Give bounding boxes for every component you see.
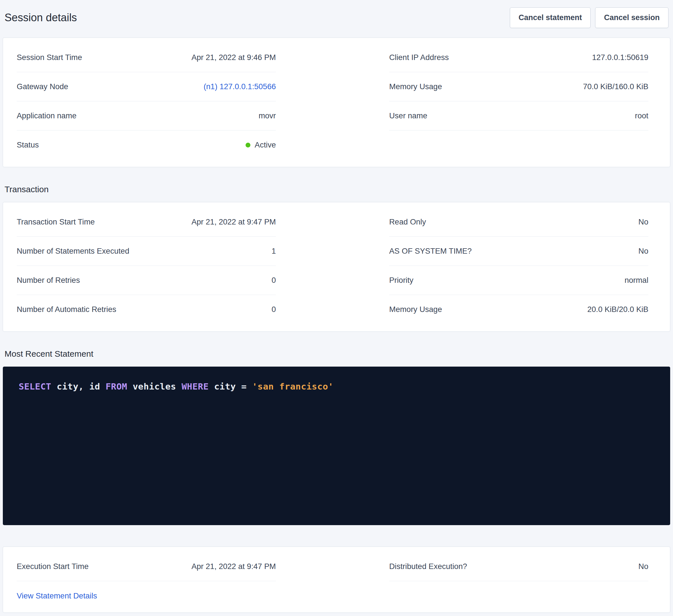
status-label: Status — [17, 140, 39, 149]
session-memory-usage-row: Memory Usage 70.0 KiB/160.0 KiB — [389, 72, 648, 101]
session-start-time-label: Session Start Time — [17, 53, 82, 62]
page-title: Session details — [5, 12, 77, 24]
sql-plain-token: city = — [209, 381, 252, 391]
session-summary-left-column: Session Start Time Apr 21, 2022 at 9:46 … — [17, 43, 276, 160]
execution-start-time-row: Execution Start Time Apr 21, 2022 at 9:4… — [17, 552, 276, 581]
gateway-node-row: Gateway Node (n1) 127.0.0.1:50566 — [17, 72, 276, 101]
read-only-value: No — [638, 218, 648, 227]
user-name-value: root — [635, 111, 648, 120]
status-active-dot-icon — [246, 143, 250, 147]
automatic-retries-row: Number of Automatic Retries 0 — [17, 295, 276, 324]
distributed-execution-row: Distributed Execution? No — [389, 552, 648, 581]
session-details-page: Session details Cancel statement Cancel … — [0, 0, 673, 616]
retries-label: Number of Retries — [17, 276, 80, 285]
distributed-execution-label: Distributed Execution? — [389, 562, 467, 571]
as-of-system-time-value: No — [638, 247, 648, 256]
gateway-node-link[interactable]: (n1) 127.0.0.1:50566 — [204, 82, 276, 91]
status-value: Active — [246, 140, 276, 149]
transaction-memory-usage-row: Memory Usage 20.0 KiB/20.0 KiB — [389, 295, 648, 324]
execution-start-time-label: Execution Start Time — [17, 562, 89, 571]
session-memory-usage-value: 70.0 KiB/160.0 KiB — [583, 82, 648, 91]
distributed-execution-value: No — [638, 562, 648, 571]
sql-keyword-token: WHERE — [182, 381, 209, 391]
client-ip-label: Client IP Address — [389, 53, 449, 62]
transaction-start-time-row: Transaction Start Time Apr 21, 2022 at 9… — [17, 208, 276, 237]
session-start-time-row: Session Start Time Apr 21, 2022 at 9:46 … — [17, 43, 276, 72]
as-of-system-time-row: AS OF SYSTEM TIME? No — [389, 237, 648, 266]
priority-row: Priority normal — [389, 266, 648, 295]
user-name-label: User name — [389, 111, 427, 120]
sql-keyword-token: FROM — [105, 381, 128, 391]
priority-value: normal — [625, 276, 648, 285]
sql-string-token: 'san francisco' — [252, 381, 333, 391]
sql-plain-token: vehicles — [127, 381, 182, 391]
transaction-section-title: Transaction — [5, 185, 668, 194]
session-summary-card: Session Start Time Apr 21, 2022 at 9:46 … — [3, 38, 670, 167]
gateway-node-label: Gateway Node — [17, 82, 68, 91]
transaction-columns: Transaction Start Time Apr 21, 2022 at 9… — [3, 203, 670, 331]
sql-plain-token: city, id — [51, 381, 105, 391]
status-row: Status Active — [17, 130, 276, 160]
statements-executed-value: 1 — [272, 247, 276, 256]
transaction-card: Transaction Start Time Apr 21, 2022 at 9… — [3, 202, 670, 331]
as-of-system-time-label: AS OF SYSTEM TIME? — [389, 247, 472, 256]
session-start-time-value: Apr 21, 2022 at 9:46 PM — [192, 53, 276, 62]
execution-right-column: Distributed Execution? No — [389, 552, 648, 607]
status-text: Active — [255, 140, 276, 149]
transaction-right-column: Read Only No AS OF SYSTEM TIME? No Prior… — [389, 208, 648, 324]
cancel-session-button[interactable]: Cancel session — [595, 7, 668, 28]
read-only-row: Read Only No — [389, 208, 648, 237]
client-ip-value: 127.0.0.1:50619 — [592, 53, 648, 62]
session-memory-usage-label: Memory Usage — [389, 82, 442, 91]
cancel-statement-button[interactable]: Cancel statement — [510, 7, 591, 28]
statements-executed-label: Number of Statements Executed — [17, 247, 129, 256]
user-name-row: User name root — [389, 101, 648, 130]
transaction-start-time-value: Apr 21, 2022 at 9:47 PM — [192, 218, 276, 227]
automatic-retries-label: Number of Automatic Retries — [17, 305, 117, 314]
execution-start-time-value: Apr 21, 2022 at 9:47 PM — [192, 562, 276, 571]
session-summary-columns: Session Start Time Apr 21, 2022 at 9:46 … — [3, 38, 670, 167]
client-ip-row: Client IP Address 127.0.0.1:50619 — [389, 43, 648, 72]
most-recent-statement-sql: SELECT city, id FROM vehicles WHERE city… — [3, 367, 670, 525]
transaction-start-time-label: Transaction Start Time — [17, 218, 95, 227]
priority-label: Priority — [389, 276, 414, 285]
transaction-left-column: Transaction Start Time Apr 21, 2022 at 9… — [17, 208, 276, 324]
automatic-retries-value: 0 — [272, 305, 276, 314]
execution-card: Execution Start Time Apr 21, 2022 at 9:4… — [3, 547, 670, 613]
execution-left-column: Execution Start Time Apr 21, 2022 at 9:4… — [17, 552, 276, 607]
retries-row: Number of Retries 0 — [17, 266, 276, 295]
header-actions: Cancel statement Cancel session — [510, 7, 668, 28]
read-only-label: Read Only — [389, 218, 426, 227]
sql-keyword-token: SELECT — [19, 381, 51, 391]
execution-columns: Execution Start Time Apr 21, 2022 at 9:4… — [3, 547, 670, 612]
retries-value: 0 — [272, 276, 276, 285]
statements-executed-row: Number of Statements Executed 1 — [17, 237, 276, 266]
session-summary-right-column: Client IP Address 127.0.0.1:50619 Memory… — [389, 43, 648, 160]
application-name-row: Application name movr — [17, 101, 276, 130]
application-name-label: Application name — [17, 111, 76, 120]
page-header: Session details Cancel statement Cancel … — [3, 5, 670, 28]
application-name-value: movr — [259, 111, 276, 120]
transaction-memory-usage-value: 20.0 KiB/20.0 KiB — [587, 305, 648, 314]
view-statement-details-link[interactable]: View Statement Details — [17, 581, 97, 607]
transaction-memory-usage-label: Memory Usage — [389, 305, 442, 314]
most-recent-statement-section-title: Most Recent Statement — [5, 349, 668, 359]
